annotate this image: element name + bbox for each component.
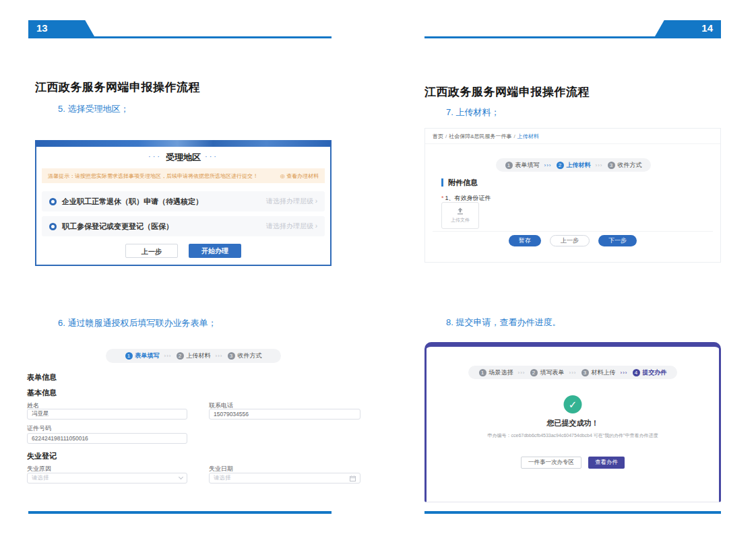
step-5-label: 5. 选择受理地区；: [58, 103, 129, 115]
stepper-step-4: 4 提交办件: [633, 368, 667, 377]
region-option-retire[interactable]: 企业职工正常退休（职）申请（待遇核定） 请选择办理层级 ›: [42, 191, 325, 211]
manual-spread: 13 江西政务服务网端申报操作流程 5. 选择受理地区； ···受理地区··· …: [0, 0, 756, 534]
stepper-step-1: 1 表单填写: [505, 161, 540, 170]
unemployment-reason-select[interactable]: 请选择: [27, 473, 187, 483]
page-number-badge-left: 13: [28, 20, 94, 36]
prev-step-button[interactable]: 上一步: [125, 244, 178, 258]
id-number-field[interactable]: [27, 433, 187, 444]
divider: [425, 143, 720, 144]
circle-info-icon: ◎: [280, 173, 285, 179]
notice-text: 温馨提示：请按照您实际需求选择事项受理地区，后续申请将依据您所选地区进行提交！: [48, 172, 258, 180]
one-stop-zone-button[interactable]: 一件事一次办专区: [521, 457, 581, 469]
submit-buttons-row: 一件事一次办专区 查看办件: [427, 457, 719, 469]
submit-stepper: 1 场景选择 ››› 2 填写表单 ››› 3 材料上传 ››› 4 提交办件: [468, 366, 677, 379]
submit-success-screenshot: 1 场景选择 ››› 2 填写表单 ››› 3 材料上传 ››› 4 提交办件 …: [424, 342, 721, 502]
dots-decoration-left: ···: [148, 152, 162, 160]
id-number-label: 证件号码: [27, 424, 51, 433]
page-number-badge-right: 14: [655, 20, 721, 36]
radio-icon: [49, 198, 57, 205]
next-step-button[interactable]: 下一步: [598, 235, 637, 246]
upload-dropzone[interactable]: 上传文件: [441, 202, 479, 229]
stepper-arrow: ›››: [518, 370, 526, 376]
upload-stepper: 1 表单填写 ››› 2 上传材料 ››› 3 收件方式: [496, 158, 651, 172]
footer-rule-right: [424, 511, 721, 514]
notice-bar: 温馨提示：请按照您实际需求选择事项受理地区，后续申请将依据您所选地区进行提交！ …: [42, 168, 325, 183]
step-8-label: 8. 提交申请，查看办件进度。: [446, 316, 561, 329]
stepper-step-2: 2 上传材料: [557, 161, 591, 170]
stepper-step-3: 3 材料上传: [581, 368, 616, 377]
region-card-body: ···受理地区··· 温馨提示：请按照您实际需求选择事项受理地区，后续申请将依据…: [35, 147, 332, 266]
breadcrumb-home[interactable]: 首页: [433, 133, 443, 139]
success-message: 您已提交成功！: [427, 418, 719, 428]
stepper-step-3: 3 收件方式: [608, 161, 642, 170]
stepper-step-1: 1 场景选择: [479, 368, 513, 377]
prev-step-button[interactable]: 上一步: [550, 235, 590, 246]
phone-field[interactable]: [209, 409, 360, 420]
upload-box-label: 上传文件: [451, 217, 470, 224]
stepper-arrow: ›››: [621, 370, 628, 376]
header-rule-right: [424, 36, 721, 38]
banner-graphic: [35, 140, 332, 147]
stepper-step-2: 2 填写表单: [530, 368, 565, 377]
chevron-down-icon: [179, 475, 183, 479]
breadcrumb-service[interactable]: 社会保障&居民服务一件事: [449, 133, 511, 139]
stepper-arrow: ›››: [596, 162, 603, 168]
region-option-label: 企业职工正常退休（职）申请（待遇核定）: [62, 197, 203, 207]
upload-screenshot: 首页/社会保障&居民服务一件事/上传材料 1 表单填写 ››› 2 上传材料 ›…: [424, 128, 721, 263]
select-level-link[interactable]: 请选择办理层级 ›: [266, 222, 317, 231]
region-buttons-row: 上一步 开始办理: [36, 244, 330, 258]
form-stepper: 1 表单填写 ››› 2 上传材料 ››› 3 收件方式: [106, 349, 281, 363]
stepper-step-2: 2 上传材料: [177, 352, 211, 360]
upload-arrow-icon: [456, 207, 464, 215]
select-level-link[interactable]: 请选择办理层级 ›: [266, 197, 317, 206]
view-materials-link[interactable]: ◎ 查看办理材料: [280, 172, 319, 180]
application-number-text: 申办编号：cce67dbb6cfb4533ac94c604754dbcb4 可在…: [427, 432, 719, 439]
name-field[interactable]: [27, 409, 187, 420]
page-title-left: 江西政务服务网端申报操作流程: [35, 79, 200, 95]
radio-icon: [49, 223, 57, 230]
step-6-label: 6. 通过赣服通授权后填写联办业务表单；: [58, 317, 216, 329]
page-number-left: 13: [36, 22, 48, 34]
page-number-right: 14: [701, 22, 713, 34]
chevron-right-icon: ›: [315, 197, 317, 205]
divider: [433, 231, 713, 232]
stepper-arrow: ›››: [569, 370, 577, 376]
region-card-title: ···受理地区···: [36, 152, 330, 164]
step-7-label: 7. 上传材料；: [446, 106, 499, 119]
breadcrumb: 首页/社会保障&居民服务一件事/上传材料: [433, 133, 539, 140]
page-title-right: 江西政务服务网端申报操作流程: [424, 84, 590, 100]
region-select-screenshot: ···受理地区··· 温馨提示：请按照您实际需求选择事项受理地区，后续申请将依据…: [35, 140, 332, 266]
save-draft-button[interactable]: 暂存: [509, 235, 541, 246]
stepper-step-3: 3 收件方式: [228, 352, 262, 360]
stepper-arrow: ›››: [164, 353, 172, 359]
header-rule-left: [28, 36, 332, 38]
stepper-arrow: ›››: [216, 353, 223, 359]
success-check-icon: ✓: [564, 395, 582, 413]
start-process-button[interactable]: 开始办理: [189, 244, 241, 258]
footer-rule-left: [28, 511, 332, 514]
region-option-medical[interactable]: 职工参保登记或变更登记（医保） 请选择办理层级 ›: [42, 216, 325, 236]
unemployment-date-picker[interactable]: 请选择: [209, 473, 360, 483]
unemployment-heading: 失业登记: [27, 451, 57, 461]
stepper-step-1: 1 表单填写: [125, 352, 160, 360]
region-option-label: 职工参保登记或变更登记（医保）: [62, 222, 173, 232]
stepper-arrow: ›››: [544, 162, 552, 168]
chevron-right-icon: ›: [315, 222, 317, 230]
view-application-button[interactable]: 查看办件: [588, 457, 625, 469]
breadcrumb-current: 上传材料: [517, 133, 539, 139]
upload-buttons-row: 暂存 上一步 下一步: [425, 235, 720, 246]
dots-decoration-right: ···: [205, 152, 218, 160]
attachment-info-heading: 附件信息: [441, 178, 478, 187]
calendar-icon: [350, 475, 356, 481]
required-asterisk: *: [441, 195, 444, 201]
form-info-heading: 表单信息: [27, 372, 57, 382]
basic-info-heading: 基本信息: [27, 388, 57, 398]
